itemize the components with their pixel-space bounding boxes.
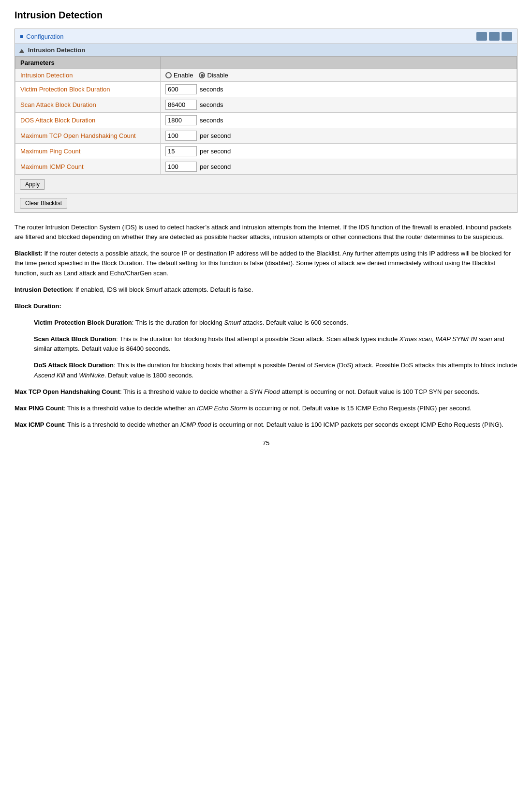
radio-label: Disable — [207, 72, 228, 79]
number-input[interactable] — [165, 115, 197, 125]
param-value: seconds — [161, 97, 517, 113]
max-icmp-paragraph: Max ICMP Count: This is a threshold to d… — [15, 420, 517, 430]
page-number: 75 — [15, 439, 517, 447]
table-row: Victim Protection Block Durationseconds — [15, 82, 517, 97]
number-input[interactable] — [165, 162, 197, 172]
header-icon-1 — [476, 32, 487, 41]
param-value: EnableDisable — [161, 69, 517, 82]
radio-label: Enable — [174, 72, 193, 79]
config-header-icons — [476, 32, 512, 41]
number-input[interactable] — [165, 84, 197, 94]
param-label: Victim Protection Block Duration — [15, 82, 161, 97]
col-header-params: Parameters — [15, 57, 161, 69]
unit-label: per second — [200, 148, 231, 155]
victim-block-paragraph: Victim Protection Block Duration: This i… — [34, 318, 517, 328]
unit-label: seconds — [200, 101, 223, 108]
max-tcp-paragraph: Max TCP Open Handshaking Count: This is … — [15, 387, 517, 397]
table-row: Maximum Ping Countper second — [15, 144, 517, 159]
radio-group: EnableDisable — [165, 72, 228, 79]
unit-label: seconds — [200, 86, 223, 93]
config-icon: ■ — [20, 33, 23, 40]
radio-item-enable[interactable]: Enable — [165, 72, 193, 79]
param-value: per second — [161, 159, 517, 175]
params-table: Parameters Intrusion DetectionEnableDisa… — [15, 56, 517, 175]
max-ping-paragraph: Max PING Count: This is a threshold valu… — [15, 404, 517, 413]
blacklist-paragraph: Blacklist: If the router detects a possi… — [15, 249, 517, 278]
section-title: Intrusion Detection — [15, 44, 517, 56]
number-input[interactable] — [165, 100, 197, 110]
block-duration-header: Block Duration: — [15, 301, 517, 311]
content-body: The router Intrusion Detection System (I… — [15, 223, 517, 430]
apply-row: Apply — [15, 175, 517, 194]
page-title: Intrusion Detection — [15, 10, 517, 21]
param-value: seconds — [161, 113, 517, 128]
param-label: Intrusion Detection — [15, 69, 161, 82]
table-row: Intrusion DetectionEnableDisable — [15, 69, 517, 82]
triangle-icon — [19, 49, 24, 53]
table-header-row: Parameters — [15, 57, 517, 69]
radio-circle — [165, 72, 172, 78]
config-header-label: ■ Configuration — [20, 33, 64, 40]
clear-blacklist-button[interactable]: Clear Blacklist — [20, 198, 67, 209]
table-row: DOS Attack Block Durationseconds — [15, 113, 517, 128]
number-input[interactable] — [165, 131, 197, 141]
block-duration-details: Victim Protection Block Duration: This i… — [34, 318, 517, 380]
header-icon-2 — [489, 32, 500, 41]
number-input[interactable] — [165, 146, 197, 156]
unit-label: per second — [200, 132, 231, 139]
param-label: Maximum ICMP Count — [15, 159, 161, 175]
apply-button[interactable]: Apply — [20, 179, 45, 190]
clear-blacklist-row: Clear Blacklist — [15, 194, 517, 212]
table-row: Scan Attack Block Durationseconds — [15, 97, 517, 113]
param-value: per second — [161, 128, 517, 144]
config-panel: ■ Configuration Intrusion Detection Para… — [15, 29, 517, 213]
param-value: per second — [161, 144, 517, 159]
table-row: Maximum TCP Open Handshaking Countper se… — [15, 128, 517, 144]
param-label: Maximum Ping Count — [15, 144, 161, 159]
table-row: Maximum ICMP Countper second — [15, 159, 517, 175]
config-header: ■ Configuration — [15, 29, 517, 44]
dos-block-paragraph: DoS Attack Block Duration: This is the d… — [34, 360, 517, 380]
param-label: Scan Attack Block Duration — [15, 97, 161, 113]
radio-item-disable[interactable]: Disable — [199, 72, 228, 79]
param-label: DOS Attack Block Duration — [15, 113, 161, 128]
param-value: seconds — [161, 82, 517, 97]
intrusion-detection-paragraph: Intrusion Detection: If enabled, IDS wil… — [15, 285, 517, 295]
unit-label: per second — [200, 163, 231, 170]
header-icon-3 — [502, 32, 512, 41]
intro-paragraph: The router Intrusion Detection System (I… — [15, 223, 517, 242]
config-label: Configuration — [26, 33, 63, 40]
radio-circle — [199, 72, 205, 78]
param-label: Maximum TCP Open Handshaking Count — [15, 128, 161, 144]
unit-label: seconds — [200, 117, 223, 124]
scan-block-paragraph: Scan Attack Block Duration: This is the … — [34, 334, 517, 354]
col-header-value — [161, 57, 517, 69]
